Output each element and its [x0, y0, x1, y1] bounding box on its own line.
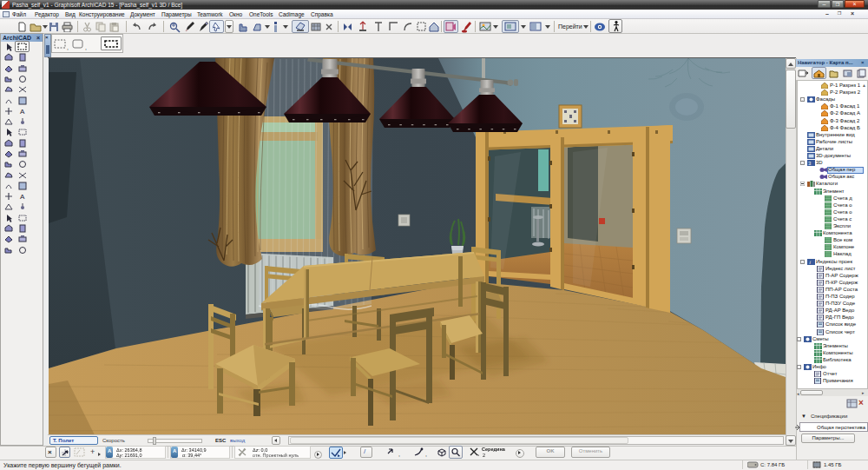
svg-text:A: A [20, 108, 25, 116]
svg-text:A: A [20, 193, 25, 201]
